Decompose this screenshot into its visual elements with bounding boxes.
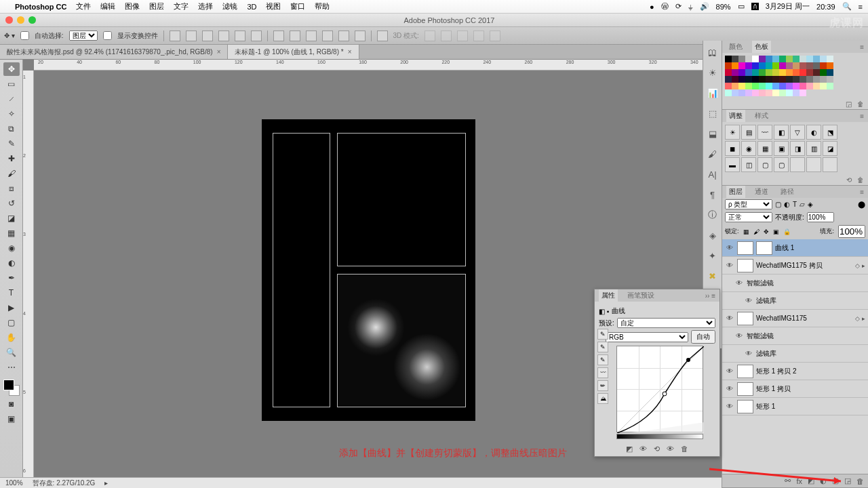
swatch[interactable] bbox=[752, 83, 759, 89]
dist-top-icon[interactable] bbox=[273, 30, 284, 41]
swatch[interactable] bbox=[732, 89, 738, 96]
swatch[interactable] bbox=[738, 69, 745, 76]
paragraph-icon[interactable]: ¶ bbox=[707, 188, 719, 201]
adj-3-icon[interactable]: ▢ bbox=[757, 157, 772, 172]
type-tool[interactable]: T bbox=[3, 286, 20, 300]
swatch[interactable] bbox=[800, 69, 806, 76]
swatch[interactable] bbox=[772, 89, 779, 96]
dist-bottom-icon[interactable] bbox=[306, 30, 317, 41]
swatch[interactable] bbox=[779, 69, 786, 76]
channel-dropdown[interactable]: RGB bbox=[606, 332, 688, 342]
preset-dropdown[interactable]: 自定 bbox=[617, 318, 715, 328]
swatch[interactable] bbox=[732, 76, 738, 83]
swatch[interactable] bbox=[793, 89, 800, 96]
align-bottom-icon[interactable] bbox=[202, 30, 213, 41]
swatch[interactable] bbox=[827, 56, 833, 62]
auto-select-dropdown[interactable]: 图层 bbox=[69, 30, 98, 41]
eyedropper-white-icon[interactable]: ✎ bbox=[597, 354, 608, 365]
swatch[interactable] bbox=[806, 76, 813, 83]
menu-filter[interactable]: 滤镜 bbox=[222, 1, 237, 12]
crop-tool[interactable]: ⧉ bbox=[3, 122, 20, 136]
edit-points-icon[interactable]: 〰 bbox=[597, 367, 608, 378]
filter-shape-icon[interactable]: ▱ bbox=[800, 201, 805, 208]
layer-name[interactable]: 矩形 1 拷贝 2 bbox=[756, 367, 865, 376]
layer-thumb[interactable] bbox=[737, 400, 753, 413]
adj-threshold-icon[interactable]: ◪ bbox=[823, 141, 837, 156]
history-brush-tool[interactable]: ↺ bbox=[3, 197, 20, 210]
visibility-icon[interactable]: 👁 bbox=[734, 279, 744, 287]
swatch[interactable] bbox=[806, 83, 813, 89]
color-picker[interactable] bbox=[3, 380, 20, 396]
reset-icon[interactable]: ⟲ bbox=[654, 445, 660, 453]
adj-selective-icon[interactable]: ◫ bbox=[741, 157, 756, 172]
zoom-tool[interactable]: 🔍 bbox=[3, 346, 20, 359]
swatch[interactable] bbox=[786, 69, 793, 76]
notif-icon[interactable]: ≡ bbox=[859, 3, 863, 11]
layer-name[interactable]: 矩形 1 bbox=[756, 402, 865, 411]
marquee-tool[interactable]: ▭ bbox=[3, 77, 20, 91]
blur-tool[interactable]: ◉ bbox=[3, 241, 20, 255]
swatch[interactable] bbox=[813, 69, 820, 76]
swatch[interactable] bbox=[786, 62, 793, 69]
layer-name[interactable]: 智能滤镜 bbox=[747, 331, 865, 341]
edit-toolbar[interactable]: ⋯ bbox=[3, 361, 20, 374]
libraries-icon[interactable]: ⬓ bbox=[707, 127, 719, 140]
menu-select[interactable]: 选择 bbox=[198, 1, 213, 12]
lock-nest-icon[interactable]: ▣ bbox=[773, 228, 779, 235]
layer-thumb[interactable] bbox=[737, 259, 753, 272]
layer-thumb[interactable] bbox=[737, 365, 753, 378]
layer-name[interactable]: WechatIMG1175 拷贝 bbox=[756, 261, 852, 270]
swatch[interactable] bbox=[752, 62, 759, 69]
filter-smart-icon[interactable]: ◈ bbox=[808, 201, 813, 208]
layer-filter-dropdown[interactable]: ρ 类型 bbox=[725, 199, 772, 209]
visibility-icon[interactable]: 👁 bbox=[734, 332, 744, 340]
align-left-icon[interactable] bbox=[218, 30, 229, 41]
adj-curves-icon[interactable]: 〰 bbox=[757, 125, 772, 140]
layer-name[interactable]: WechatIMG1175 bbox=[756, 314, 852, 322]
swatch[interactable] bbox=[793, 62, 800, 69]
swatch[interactable] bbox=[738, 76, 745, 83]
swatch[interactable] bbox=[759, 89, 766, 96]
status-chevron-icon[interactable]: ▸ bbox=[104, 479, 108, 487]
draw-curve-icon[interactable]: ✏ bbox=[597, 380, 608, 391]
swatch[interactable] bbox=[800, 62, 806, 69]
swatch[interactable] bbox=[759, 83, 766, 89]
swatch[interactable] bbox=[779, 83, 786, 89]
tab-properties[interactable]: 属性 bbox=[599, 289, 618, 302]
auto-align-icon[interactable] bbox=[377, 30, 388, 41]
menu-layer[interactable]: 图层 bbox=[149, 1, 164, 12]
swatch[interactable] bbox=[732, 69, 738, 76]
auto-select-checkbox[interactable] bbox=[20, 31, 29, 40]
layer-row[interactable]: 👁滤镜库 bbox=[722, 292, 868, 310]
layer-name[interactable]: 曲线 1 bbox=[775, 243, 865, 253]
swatch[interactable] bbox=[725, 62, 732, 69]
new-swatch-icon[interactable]: ◲ bbox=[846, 100, 852, 108]
swatch[interactable] bbox=[738, 89, 745, 96]
move-tool[interactable]: ✥ bbox=[3, 62, 20, 76]
swatch[interactable] bbox=[752, 76, 759, 83]
tab-brush-preset[interactable]: 画笔预设 bbox=[625, 289, 657, 302]
swatch[interactable] bbox=[766, 62, 772, 69]
visibility-icon[interactable]: 👁 bbox=[725, 367, 734, 375]
adj-brightness-icon[interactable]: ☀ bbox=[725, 125, 740, 140]
info-icon[interactable]: ⓘ bbox=[707, 209, 719, 221]
panel-menu-icon[interactable]: ≡ bbox=[860, 113, 864, 120]
eraser-tool[interactable]: ◪ bbox=[3, 211, 20, 225]
swatch[interactable] bbox=[820, 69, 827, 76]
align-hmid-icon[interactable] bbox=[235, 30, 245, 41]
pen-tool[interactable]: ✒ bbox=[3, 271, 20, 285]
swatch[interactable] bbox=[745, 62, 752, 69]
swatch[interactable] bbox=[779, 89, 786, 96]
swatch[interactable] bbox=[766, 89, 772, 96]
dist-left-icon[interactable] bbox=[322, 30, 333, 41]
lock-trans-icon[interactable]: ▦ bbox=[743, 228, 749, 235]
magic-wand-tool[interactable]: ✧ bbox=[3, 107, 20, 121]
swatch[interactable] bbox=[772, 56, 779, 62]
gradient-tool[interactable]: ▦ bbox=[3, 226, 20, 240]
swatch[interactable] bbox=[800, 83, 806, 89]
swatch[interactable] bbox=[759, 76, 766, 83]
swatch[interactable] bbox=[806, 62, 813, 69]
view-prev-icon[interactable]: 👁 bbox=[639, 445, 647, 453]
swatch[interactable] bbox=[813, 83, 820, 89]
filter-toggle[interactable]: ⬤ bbox=[858, 201, 865, 208]
